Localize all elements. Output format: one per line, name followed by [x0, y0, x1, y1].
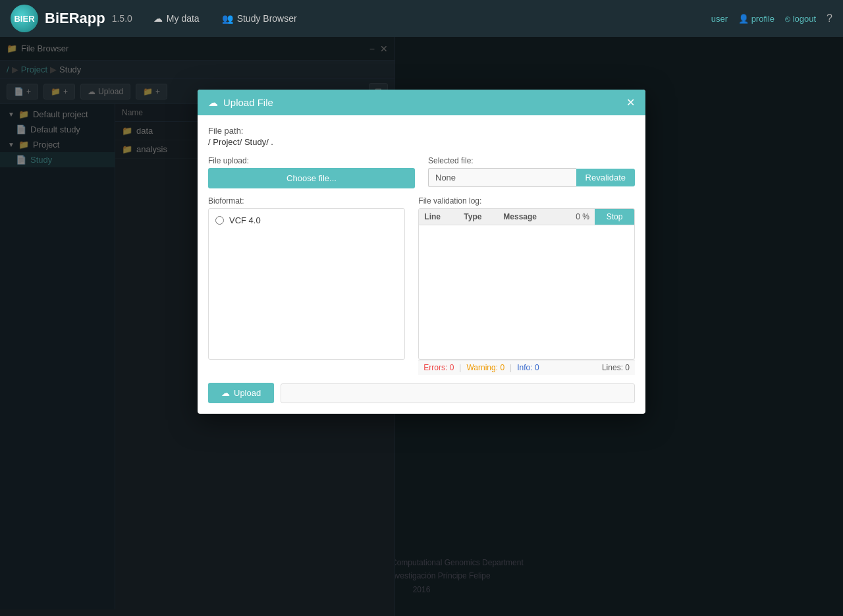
modal-overlay: ☁ Upload File ✕ File path: / Project/ St… [0, 37, 843, 616]
brand-logo: BIER [11, 5, 38, 32]
nav-right: user 👤 profile ⎋ logout ? [711, 13, 832, 24]
nav-my-data-label: My data [167, 13, 200, 24]
bioformat-validation-row: Bioformat: VCF 4.0 File validation log: [208, 196, 635, 375]
brand-logo-text: BIER [14, 14, 34, 24]
bioformat-option-vcf40[interactable]: VCF 4.0 [215, 215, 398, 225]
help-icon[interactable]: ? [827, 13, 832, 24]
nav-links: ☁ My data 👥 Study Browser [146, 9, 698, 28]
modal-header: ☁ Upload File ✕ [198, 90, 645, 115]
validation-log-label: File validation log: [418, 196, 635, 206]
validation-log-box: Line Type Message 0 % Stop [418, 208, 635, 360]
person-icon: 👤 [738, 14, 751, 24]
nav-study-browser[interactable]: 👥 Study Browser [214, 9, 305, 28]
bioformat-box: VCF 4.0 [208, 208, 405, 360]
file-path-value: / Project/ Study/ . [208, 137, 635, 147]
val-log-header: Line Type Message 0 % Stop [419, 209, 634, 225]
errors-label: Errors: 0 [423, 363, 454, 372]
nav-study-browser-label: Study Browser [237, 13, 297, 24]
upload-modal-icon: ☁ [208, 97, 218, 109]
info-label: Info: 0 [517, 363, 539, 372]
bioformat-label: Bioformat: [208, 196, 405, 206]
val-footer: Errors: 0 | Warning: 0 | Info: 0 [418, 360, 635, 375]
navbar: BIER BiERapp 1.5.0 ☁ My data 👥 Study Bro… [0, 0, 843, 37]
bioformat-option-label-vcf40: VCF 4.0 [229, 215, 261, 225]
info-count: 0 [535, 363, 539, 372]
main-area: BiERapp 📁 File Browser − ✕ / ▶ Project ▶… [0, 37, 843, 616]
nav-logout[interactable]: ⎋ logout [785, 14, 816, 24]
selected-file-row: Revalidate [428, 168, 635, 187]
file-upload-label: File upload: [208, 156, 415, 165]
brand: BIER BiERapp 1.5.0 [11, 5, 132, 32]
nav-my-data[interactable]: ☁ My data [146, 9, 207, 28]
lines-num: 0 [625, 363, 630, 372]
errors-count: 0 [450, 363, 454, 372]
upload-progress-bar [281, 383, 635, 403]
upload-btn-icon: ☁ [221, 388, 230, 398]
progress-pct: 0 % [542, 210, 595, 223]
cloud-icon: ☁ [153, 13, 163, 24]
selected-file-input[interactable] [428, 168, 576, 187]
log-col-message: Message [498, 209, 542, 225]
file-upload-col: File upload: Choose file... [208, 156, 415, 188]
log-col-line: Line [419, 209, 458, 225]
warning-count: 0 [500, 363, 504, 372]
brand-version: 1.5.0 [112, 13, 132, 24]
log-col-type: Type [458, 209, 498, 225]
bioformat-col: Bioformat: VCF 4.0 [208, 196, 405, 375]
modal-title: Upload File [223, 97, 273, 108]
upload-button[interactable]: ☁ Upload [208, 383, 274, 403]
choose-file-button[interactable]: Choose file... [208, 168, 415, 188]
validation-log-col: File validation log: Line Type Message 0… [418, 196, 635, 375]
stop-button[interactable]: Stop [595, 209, 634, 225]
modal-header-left: ☁ Upload File [208, 97, 273, 109]
file-upload-row: File upload: Choose file... Selected fil… [208, 156, 635, 188]
bioformat-radio-vcf40[interactable] [215, 216, 224, 225]
modal-close-button[interactable]: ✕ [626, 96, 635, 109]
lines-count: Lines: 0 [602, 363, 630, 372]
nav-user[interactable]: user [711, 14, 728, 24]
users-icon: 👥 [222, 13, 233, 24]
file-path-label: File path: [208, 126, 635, 136]
selected-file-col: Selected file: Revalidate [428, 156, 635, 188]
warning-label: Warning: 0 [466, 363, 504, 372]
selected-file-label: Selected file: [428, 156, 635, 165]
val-log-body [419, 225, 634, 354]
revalidate-button[interactable]: Revalidate [576, 169, 635, 186]
upload-row: ☁ Upload [208, 383, 635, 403]
upload-btn-label: Upload [234, 388, 261, 398]
nav-profile[interactable]: 👤 profile [738, 14, 775, 24]
brand-name: BiERapp [45, 10, 105, 27]
modal-body: File path: / Project/ Study/ . File uplo… [198, 115, 645, 414]
logout-icon: ⎋ [785, 14, 793, 24]
upload-file-modal: ☁ Upload File ✕ File path: / Project/ St… [198, 90, 645, 414]
